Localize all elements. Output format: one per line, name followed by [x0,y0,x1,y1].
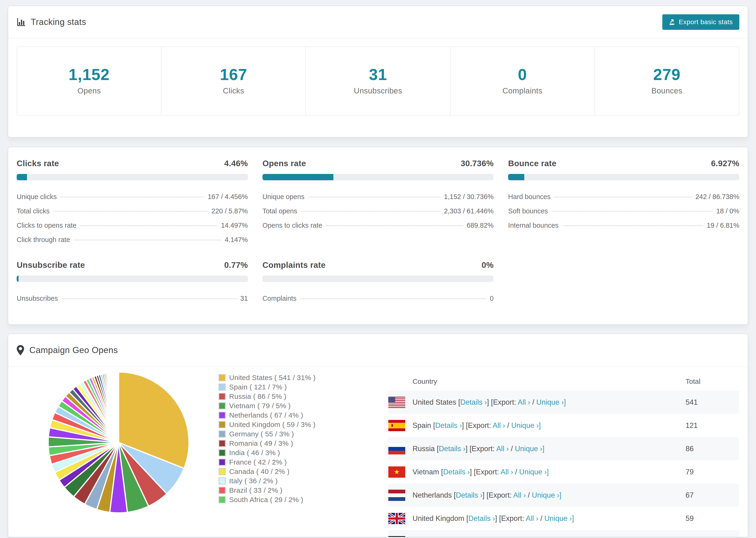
export-all-link[interactable]: All › [513,491,526,499]
legend-label: Romania ( 49 / 3% ) [229,439,293,447]
country-links: Netherlands [Details ›] [Export: All › /… [412,491,561,500]
rate-row: Opens to clicks rate689.82% [262,218,494,233]
legend-swatch [219,440,226,447]
legend-item: Netherlands ( 67 / 4% ) [219,410,388,420]
details-link[interactable]: Details › [460,398,487,406]
details-link[interactable]: Details › [439,445,465,453]
export-unique-link[interactable]: Unique ›] [511,421,541,430]
details-link[interactable]: Details › [456,491,482,499]
export-unique-link[interactable]: Unique ›] [532,491,561,499]
export-unique-link[interactable]: Unique ›] [515,445,544,453]
rate-row-label: Total clicks [17,207,50,215]
export-all-link[interactable]: All › [493,421,505,430]
rate-title: Unsubscribe rate [17,260,85,269]
details-link[interactable]: Details › [443,468,470,476]
rate-title: Opens rate [262,159,306,168]
legend-item: Italy ( 36 / 2% ) [219,476,388,486]
rate-block-clicks-rate: Clicks rate4.46%Unique clicks167 / 4.456… [17,159,248,247]
country-cell: Netherlands [Details ›] [Export: All › /… [388,490,685,501]
export-unique-link[interactable]: Unique ›] [536,398,566,406]
stat-label: Opens [20,86,159,95]
rate-row-value: 167 / 4.456% [208,193,248,201]
rate-row: Hard bounces242 / 86.738% [508,190,739,204]
stat-value: 167 [164,65,303,83]
legend-item: Russia ( 86 / 5% ) [219,392,388,401]
rate-row: Complaints0 [262,291,494,306]
rate-row-label: Internal bounces [508,222,558,229]
legend-label: France ( 42 / 2% ) [229,458,287,466]
slash: / [530,398,536,406]
legend-item: France ( 42 / 2% ) [219,457,388,467]
legend-item: United Kingdom ( 59 / 3% ) [219,420,388,429]
export-all-link[interactable]: All › [501,468,513,476]
stat-label: Complaints [453,86,592,95]
rate-row: Total clicks220 / 5.87% [17,204,248,218]
export-unique-link[interactable]: Unique ›] [519,468,549,476]
export-all-link[interactable]: All › [526,514,538,522]
rate-row-label: Hard bounces [508,193,551,201]
rate-row: Unsubscribes31 [17,291,248,306]
rate-head: Clicks rate4.46% [17,159,248,168]
legend-swatch [219,412,226,419]
dotted-leader [326,225,463,226]
geo-body: United States ( 541 / 31% )Spain ( 121 /… [8,367,748,537]
rate-row: Click through rate4.147% [17,233,248,247]
vn-flag-icon [388,466,405,478]
details-link[interactable]: Details › [435,421,462,430]
rate-rows: Unique clicks167 / 4.456%Total clicks220… [17,190,248,247]
export-label: [Export: [486,491,513,499]
export-all-link[interactable]: All › [518,398,530,406]
slash: / [505,421,512,430]
country-column-header: Country [388,377,685,385]
stat-label: Bounces [597,86,736,95]
details-link[interactable]: Details › [468,514,495,522]
dotted-leader [74,240,221,241]
rate-rows: Unique opens1,152 / 30.736%Total opens2,… [262,190,494,233]
nl-flag-icon [388,490,405,501]
pie-slice-other [118,372,119,443]
progress-track [262,174,494,180]
legend-label: India ( 46 / 3% ) [229,449,280,457]
geo-title: Campaign Geo Opens [29,345,118,355]
legend-item: Spain ( 121 / 7% ) [219,382,388,392]
rates-card: Clicks rate4.46%Unique clicks167 / 4.456… [8,147,748,325]
country-links: Vietnam [Details ›] [Export: All › / Uni… [412,468,549,476]
stat-box-clicks: 167Clicks [162,47,306,115]
stat-value: 279 [597,65,736,83]
legend-item: South Africa ( 29 / 2% ) [219,495,388,505]
rate-row-value: 4.147% [225,236,248,243]
legend-swatch [219,449,226,456]
bracket: ] [470,468,474,476]
export-basic-stats-button[interactable]: Export basic stats [662,14,739,30]
ru-flag-icon [388,443,405,455]
es-flag-icon [388,420,405,431]
rate-rows: Hard bounces242 / 86.738%Soft bounces18 … [508,190,739,233]
rate-row-value: 0 [490,295,494,302]
country-cell: United States [Details ›] [Export: All ›… [388,397,685,408]
legend-item: Vietnam ( 79 / 5% ) [219,401,388,410]
dotted-leader [62,298,237,299]
table-row-vn: Vietnam [Details ›] [Export: All › / Uni… [388,460,739,484]
legend-swatch [219,430,226,438]
export-label: [Export: [491,398,518,406]
table-row-gb: United Kingdom [Details ›] [Export: All … [388,507,739,530]
country-name: Russia [412,445,437,453]
table-row-nl: Netherlands [Details ›] [Export: All › /… [388,484,739,507]
map-pin-icon [17,345,24,355]
progress-fill [508,174,524,180]
dotted-leader [562,225,703,226]
legend-label: Canada ( 40 / 2% ) [229,467,290,476]
country-links: Spain [Details ›] [Export: All › / Uniqu… [412,421,541,430]
dotted-leader [554,197,692,197]
export-unique-link[interactable]: Unique ›] [544,514,574,522]
bracket: ] [487,398,491,406]
stat-label: Clicks [164,86,303,95]
rate-row-label: Unique opens [262,193,304,201]
rate-row-label: Soft bounces [508,207,548,215]
slash: / [509,445,515,453]
stat-box-opens: 1,152Opens [17,47,162,115]
stat-box-complaints: 0Complaints [451,47,595,115]
stat-box-bounces: 279Bounces [595,47,739,115]
rate-block-opens-rate: Opens rate30.736%Unique opens1,152 / 30.… [262,159,494,247]
export-all-link[interactable]: All › [496,445,509,453]
